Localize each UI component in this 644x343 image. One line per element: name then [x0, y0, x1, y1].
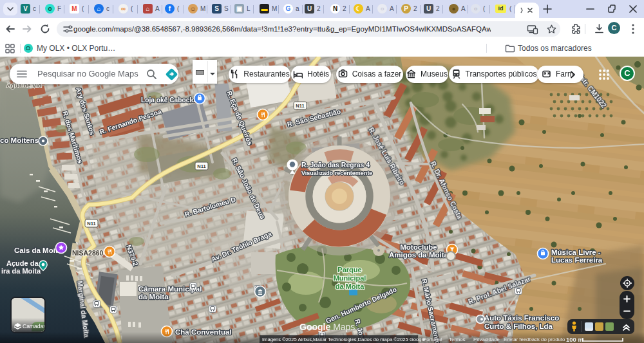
svg-text:Parque: Parque	[337, 266, 361, 273]
svg-text:Termos: Termos	[449, 337, 466, 342]
svg-text:Lucas Ferreira: Lucas Ferreira	[551, 256, 603, 264]
svg-text:Amigos da Moita: Amigos da Moita	[389, 251, 449, 259]
svg-text:100 m: 100 m	[566, 336, 583, 343]
svg-text:Curto & Filhos, Lda: Curto & Filhos, Lda	[484, 322, 553, 330]
svg-text:co Moitense: co Moitense	[0, 136, 43, 144]
svg-text:Motoclube: Motoclube	[400, 243, 437, 251]
svg-text:NISA2860: NISA2860	[72, 249, 104, 257]
svg-text:da Moita: da Moita	[138, 293, 169, 301]
svg-text:Cais da Moita: Cais da Moita	[14, 246, 62, 254]
svg-text:Privacidade: Privacidade	[473, 337, 500, 342]
svg-text:Auto Táxis Francisco: Auto Táxis Francisco	[484, 314, 559, 322]
svg-text:Google Maps: Google Maps	[299, 322, 355, 332]
svg-text:N11: N11	[296, 103, 304, 109]
svg-text:Loja okê Caboclo: Loja okê Caboclo	[141, 97, 195, 104]
svg-text:Visualizado recentemente: Visualizado recentemente	[301, 170, 372, 176]
svg-text:da Moita: da Moita	[336, 283, 365, 290]
svg-text:Imagens ©2025 Airbus,Maxar Tec: Imagens ©2025 Airbus,Maxar Technologies,…	[262, 337, 425, 342]
svg-text:Açude da: Açude da	[6, 259, 39, 267]
svg-text:R. João das Regras 4: R. João das Regras 4	[301, 161, 370, 169]
svg-text:Enviar feedback do produto: Enviar feedback do produto	[504, 337, 565, 342]
svg-text:Portugal: Portugal	[423, 337, 442, 342]
svg-text:Música Livre -: Música Livre -	[551, 248, 601, 256]
svg-text:Municipal: Municipal	[334, 274, 366, 282]
svg-text:N11: N11	[197, 163, 205, 169]
svg-text:N11: N11	[87, 221, 95, 227]
svg-text:ira da Moita: ira da Moita	[1, 267, 41, 275]
